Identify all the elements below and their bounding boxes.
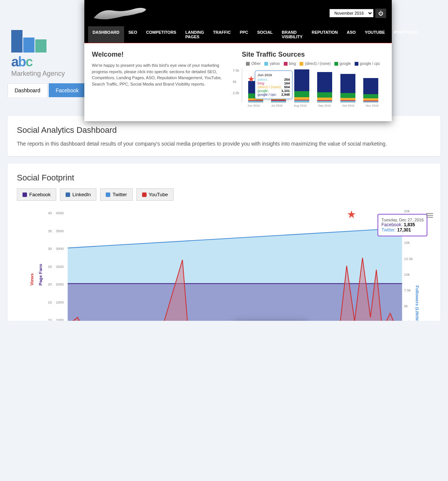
traffic-legend: Otheryahoobing(direct) / (none)googlegoo… (242, 62, 384, 66)
traffic-sources-block: Site Traffic Sources Otheryahoobing(dire… (242, 51, 384, 114)
footprint-tooltip: Tuesday, Dec 27, 2016 Facebook: 1,835 Tw… (378, 214, 427, 236)
traffic-bar[interactable] (317, 72, 332, 102)
legend-youtube[interactable]: YouTube (136, 188, 174, 201)
star-icon: ★ (347, 208, 356, 221)
legend-linkedin[interactable]: LinkedIn (60, 188, 96, 201)
views-axis-label: Views (29, 273, 34, 286)
svg-text:7.5k: 7.5k (404, 288, 411, 292)
legend-item: bing (284, 62, 296, 66)
nav-seo[interactable]: SEO (124, 26, 142, 43)
legend-item: Other (246, 62, 261, 66)
svg-text:2500: 2500 (56, 265, 64, 269)
legend-item: google / cpc (355, 62, 380, 66)
svg-text:20k: 20k (404, 209, 410, 213)
followers-axis-label: Followers (Lifetime) (415, 286, 420, 321)
nav-reputation[interactable]: REPUTATION (307, 26, 342, 43)
svg-text:10: 10 (48, 318, 52, 321)
nav-aso[interactable]: ASO (342, 26, 360, 43)
fans-axis-label: Page Fans (38, 264, 43, 286)
traffic-bar[interactable] (340, 74, 355, 102)
nav-dashboard[interactable]: DASHBOARD (88, 26, 124, 43)
legend-facebook[interactable]: Facebook (17, 188, 56, 201)
legend-item: yahoo (264, 62, 280, 66)
analytics-title: Social Analytics Dashboard (17, 125, 431, 135)
svg-text:15k: 15k (404, 240, 410, 245)
legend-item: google (334, 62, 351, 66)
tab-facebook[interactable]: Facebook (49, 83, 86, 97)
ytick: 5k (233, 80, 237, 84)
svg-text:4000: 4000 (56, 211, 64, 215)
dashboard-header: November 2016 ⏻ (84, 0, 392, 26)
svg-text:1000: 1000 (56, 318, 64, 321)
svg-text:25: 25 (48, 265, 52, 269)
jaguar-logo (90, 4, 150, 23)
footprint-title: Social Footprint (17, 173, 431, 183)
top-dashboard-panel: November 2016 ⏻ DASHBOARDSEOCOMPETITORSL… (84, 0, 392, 121)
traffic-tooltip: Jun 2016yahoo:254bing:164(direct) / (non… (255, 71, 292, 99)
traffic-chart: ★ 7.5k 5k 2.5k Jun 2016Jul 2016Aug 2016S… (242, 69, 384, 114)
nav-competitors[interactable]: COMPETITORS (142, 26, 181, 43)
svg-text:5k: 5k (404, 304, 408, 308)
nav-youtube[interactable]: YOUTUBE (360, 26, 390, 43)
date-selector-wrap: November 2016 ⏻ (330, 9, 386, 18)
legend-twitter[interactable]: Twitter (100, 188, 132, 201)
legend-item: (direct) / (none) (300, 62, 330, 66)
tab-dashboard[interactable]: Dashboard (7, 83, 48, 97)
traffic-bar[interactable] (363, 78, 378, 102)
svg-text:12.5k: 12.5k (404, 257, 413, 261)
dashboard-content: Welcome! We're happy to present you with… (84, 43, 392, 121)
traffic-x-labels: Jun 2016Jul 2016Aug 2016Sep 2016Oct 2016… (242, 104, 384, 107)
nav-portfolio[interactable]: PORTFOLIO (390, 26, 423, 43)
chart-menu-icon[interactable] (426, 212, 433, 219)
welcome-title: Welcome! (92, 51, 234, 59)
svg-text:30: 30 (48, 247, 52, 251)
svg-text:10k: 10k (404, 272, 410, 277)
main-nav: DASHBOARDSEOCOMPETITORSLANDING PAGESTRAF… (84, 26, 392, 43)
footprint-legend: FacebookLinkedInTwitterYouTube (17, 188, 431, 201)
nav-ppc[interactable]: PPC (235, 26, 253, 43)
svg-text:3000: 3000 (56, 247, 64, 251)
svg-text:20: 20 (48, 282, 52, 286)
nav-social[interactable]: SOCIAL (253, 26, 277, 43)
svg-text:35: 35 (48, 229, 52, 233)
svg-text:2.5k: 2.5k (404, 320, 411, 321)
analytics-panel: Social Analytics Dashboard The reports i… (7, 116, 441, 156)
ytick: 2.5k (233, 91, 239, 95)
svg-text:2000: 2000 (56, 282, 64, 286)
nav-brand-visibility[interactable]: BRAND VISIBILITY (277, 26, 307, 43)
traffic-title: Site Traffic Sources (242, 51, 384, 59)
svg-text:40: 40 (48, 211, 52, 215)
power-button[interactable]: ⏻ (375, 9, 386, 18)
nav-landing-pages[interactable]: LANDING PAGES (181, 26, 208, 43)
footprint-chart: Views Page Fans Followers (Lifetime) 404… (17, 206, 431, 321)
welcome-block: Welcome! We're happy to present you with… (92, 51, 234, 114)
svg-text:1500: 1500 (56, 300, 64, 304)
month-selector[interactable]: November 2016 (330, 9, 373, 17)
nav-traffic[interactable]: TRAFFIC (208, 26, 235, 43)
svg-text:15: 15 (48, 300, 52, 304)
tooltip-date: Tuesday, Dec 27, 2016 (381, 218, 424, 222)
analytics-desc: The reports in this dashboard detail res… (17, 141, 431, 147)
footprint-panel: Social Footprint FacebookLinkedInTwitter… (7, 164, 441, 321)
svg-text:3500: 3500 (56, 229, 64, 233)
welcome-text: We're happy to present you with this bir… (92, 62, 234, 87)
traffic-bar[interactable] (294, 69, 309, 102)
ytick: 7.5k (233, 69, 239, 72)
